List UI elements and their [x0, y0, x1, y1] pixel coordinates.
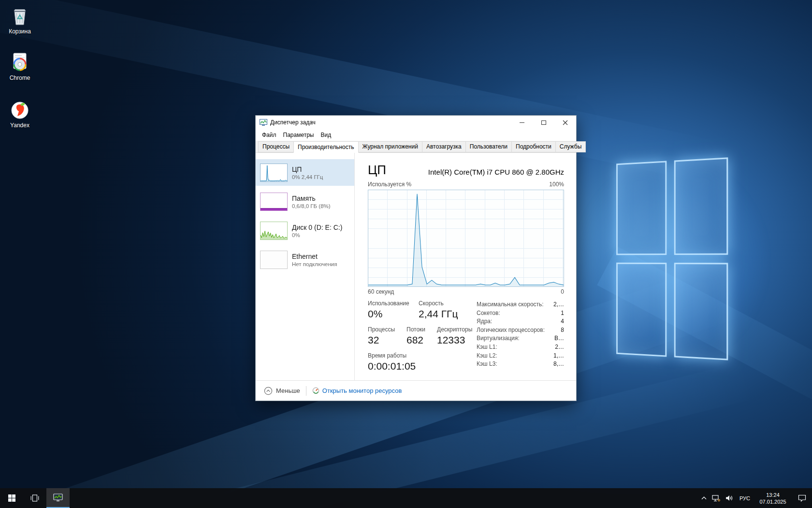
- windows-logo: [616, 157, 728, 360]
- sidebar-item-memory[interactable]: Память 0,6/8,0 ГБ (8%): [256, 188, 354, 215]
- ethernet-network-icon: [712, 495, 720, 502]
- graph-max-label: 100%: [549, 181, 564, 188]
- sidebar-item-cpu[interactable]: ЦП 0% 2,44 ГГц: [256, 159, 354, 186]
- window-title: Диспетчер задач: [270, 119, 316, 126]
- spec-sockets: Сокетов:1: [477, 309, 564, 318]
- close-button[interactable]: [554, 116, 576, 129]
- resource-monitor-label: Открыть монитор ресурсов: [322, 387, 402, 394]
- task-manager-app-icon: [260, 119, 267, 126]
- ethernet-mini-graph: [260, 251, 288, 269]
- chevron-up-circle-icon: [264, 387, 273, 395]
- taskbar: РУС 13:24 07.01.2025: [0, 488, 812, 508]
- task-manager-window: Диспетчер задач Файл Параметры Вид Проце…: [255, 115, 577, 401]
- menu-view[interactable]: Вид: [317, 130, 334, 140]
- maximize-button[interactable]: [533, 116, 554, 129]
- performance-sidebar: ЦП 0% 2,44 ГГц Память 0,6/8,0 ГБ (8%): [256, 153, 355, 380]
- tray-network-button[interactable]: [710, 488, 723, 508]
- stat-usage: Использование 0%: [368, 300, 419, 320]
- graph-usage-label: Используется %: [368, 181, 411, 188]
- desktop: Корзина Chrome Yandex: [0, 0, 812, 508]
- menu-bar: Файл Параметры Вид: [256, 129, 576, 141]
- close-icon: [563, 120, 568, 125]
- tab-details[interactable]: Подробности: [511, 141, 556, 152]
- tab-app-history[interactable]: Журнал приложений: [358, 141, 422, 152]
- spec-l2-cache: Кэш L2:1,…: [477, 352, 564, 360]
- task-manager-taskbar-icon: [53, 493, 63, 502]
- spec-cores: Ядра:4: [477, 317, 564, 326]
- tab-startup[interactable]: Автозагрузка: [422, 141, 466, 152]
- open-resource-monitor-link[interactable]: Открыть монитор ресурсов: [312, 387, 402, 394]
- clock-date: 07.01.2025: [759, 498, 786, 505]
- stat-threads: Потоки 682: [406, 326, 437, 346]
- language-indicator[interactable]: РУС: [736, 488, 754, 508]
- tab-users[interactable]: Пользователи: [465, 141, 512, 152]
- spec-l3-cache: Кэш L3:8,…: [477, 360, 564, 369]
- window-footer: Меньше Открыть монитор ресурсов: [256, 380, 576, 401]
- yandex-icon: [0, 100, 40, 120]
- stat-speed: Скорость 2,44 ГГц: [419, 300, 458, 320]
- desktop-icon-recycle-bin[interactable]: Корзина: [0, 6, 40, 35]
- windows-start-icon: [8, 494, 15, 502]
- spec-virtualization: Виртуализация:В…: [477, 334, 564, 343]
- cpu-mini-graph: [260, 164, 288, 182]
- processor-name: Intel(R) Core(TM) i7 CPU 860 @ 2.80GHz: [428, 168, 564, 178]
- taskbar-app-task-manager[interactable]: [46, 488, 70, 508]
- task-view-icon: [30, 494, 39, 502]
- tab-performance[interactable]: Производительность: [293, 141, 358, 153]
- desktop-icon-chrome[interactable]: Chrome: [0, 52, 40, 81]
- tab-strip: Процессы Производительность Журнал прило…: [256, 141, 576, 153]
- task-view-button[interactable]: [23, 488, 46, 508]
- cpu-usage-graph: [368, 190, 564, 287]
- footer-separator: [306, 386, 306, 396]
- panel-title: ЦП: [368, 163, 386, 178]
- stat-handles: Дескрипторы 12333: [437, 326, 472, 346]
- chevron-up-icon: [701, 496, 707, 500]
- minimize-button[interactable]: [511, 116, 533, 129]
- spec-logical-processors: Логических процессоров:8: [477, 326, 564, 335]
- desktop-icon-label: Yandex: [0, 122, 40, 129]
- action-center-icon: [798, 494, 806, 502]
- tab-services[interactable]: Службы: [555, 141, 586, 152]
- disk-mini-graph: [260, 222, 288, 240]
- cpu-details-panel: ЦП Intel(R) Core(TM) i7 CPU 860 @ 2.80GH…: [355, 153, 576, 380]
- resource-monitor-icon: [312, 387, 319, 394]
- tray-volume-button[interactable]: [723, 488, 736, 508]
- sidebar-item-ethernet[interactable]: Ethernet Нет подключения: [256, 246, 354, 273]
- taskbar-clock[interactable]: 13:24 07.01.2025: [754, 488, 792, 508]
- window-titlebar[interactable]: Диспетчер задач: [256, 116, 576, 129]
- menu-options[interactable]: Параметры: [280, 130, 318, 140]
- sidebar-item-disk[interactable]: Диск 0 (D: E: C:) 0%: [256, 217, 354, 244]
- recycle-bin-icon: [0, 6, 40, 26]
- spec-l1-cache: Кэш L1:2…: [477, 343, 564, 352]
- spec-max-speed: Максимальная скорость:2,…: [477, 300, 564, 309]
- graph-timespan-label: 60 секунд: [368, 288, 394, 295]
- tab-processes[interactable]: Процессы: [258, 141, 294, 152]
- stat-processes: Процессы 32: [368, 326, 406, 346]
- tray-expand-button[interactable]: [698, 488, 710, 508]
- desktop-icon-yandex[interactable]: Yandex: [0, 100, 40, 129]
- desktop-icon-label: Chrome: [0, 75, 40, 81]
- chrome-installer-icon: [0, 52, 40, 73]
- action-center-button[interactable]: [792, 488, 812, 508]
- speaker-icon: [725, 495, 733, 501]
- desktop-icon-label: Корзина: [0, 28, 40, 35]
- fewer-details-button[interactable]: Меньше: [264, 387, 300, 395]
- start-button[interactable]: [0, 488, 23, 508]
- clock-time: 13:24: [766, 492, 780, 498]
- fewer-details-label: Меньше: [276, 387, 300, 394]
- menu-file[interactable]: Файл: [259, 130, 280, 140]
- cpu-stats: Использование 0% Скорость 2,44 ГГц Проце…: [368, 300, 477, 378]
- memory-mini-graph: [260, 193, 288, 211]
- graph-zero-label: 0: [561, 288, 564, 295]
- cpu-specs: Максимальная скорость:2,… Сокетов:1 Ядра…: [477, 300, 564, 378]
- stat-uptime: Время работы 0:00:01:05: [368, 352, 416, 372]
